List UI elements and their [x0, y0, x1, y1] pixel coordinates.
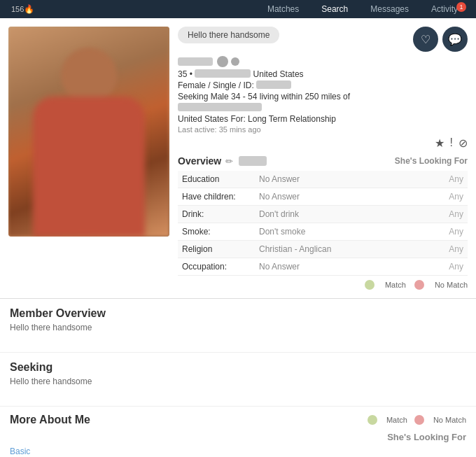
- overview-row: Have children: No Answer Any: [178, 188, 468, 206]
- last-active: Last active: 35 mins ago: [178, 125, 468, 134]
- overview-field-looking: Any: [421, 241, 468, 258]
- overview-row: Drink: Don't drink Any: [178, 206, 468, 223]
- nav-matches[interactable]: Matches: [256, 0, 310, 18]
- user-age-prefix: 35 •: [178, 69, 195, 79]
- overview-row: Education No Answer Any: [178, 171, 468, 188]
- basic-label: Basic: [10, 447, 466, 456]
- overview-field-name: Drink:: [178, 206, 255, 223]
- overview-field-value: Christian - Anglican: [255, 241, 421, 258]
- mam-match-dot: [368, 415, 377, 425]
- star-icon[interactable]: ★: [435, 136, 444, 150]
- nav-icon-flame: 🔥: [24, 4, 34, 14]
- more-about-me-header: More About Me Match No Match: [10, 414, 466, 426]
- nav-messages[interactable]: Messages: [359, 0, 420, 18]
- overview-field-looking: Any: [421, 206, 468, 223]
- flag-icon[interactable]: !: [450, 136, 453, 150]
- overview-field-name: Occupation:: [178, 258, 255, 276]
- member-overview-text: Hello there handsome: [10, 323, 466, 332]
- overview-field-value: Don't drink: [255, 206, 421, 223]
- overview-field-looking: Any: [421, 171, 468, 188]
- overview-field-name: Education: [178, 171, 255, 188]
- mam-legend: Match No Match: [368, 415, 466, 425]
- seeking-location-blurred: [178, 103, 262, 111]
- nomatch-dot: [414, 280, 424, 290]
- overview-field-name: Have children:: [178, 188, 255, 206]
- username-blurred: [178, 57, 213, 66]
- overview-row: Smoke: Don't smoke Any: [178, 223, 468, 241]
- overview-field-value: No Answer: [255, 258, 421, 276]
- shes-looking-for-label: She's Looking For: [395, 156, 468, 166]
- user-seeking-for: United States For: Long Term Relationshi…: [178, 114, 468, 124]
- overview-field-looking: Any: [421, 258, 468, 276]
- user-seeking-location: [178, 103, 468, 113]
- user-location-blurred: [195, 69, 251, 78]
- overview-field-looking: Any: [421, 188, 468, 206]
- heart-button[interactable]: ♡: [413, 27, 438, 52]
- overview-table: Education No Answer Any Have children: N…: [178, 171, 468, 276]
- user-icon: [217, 56, 228, 67]
- chat-button[interactable]: 💬: [442, 27, 468, 52]
- mam-nomatch-label: No Match: [433, 416, 466, 424]
- match-dot: [365, 280, 374, 290]
- action-buttons: ♡ 💬: [413, 27, 468, 52]
- overview-field-name: Religion: [178, 241, 255, 258]
- member-overview-title: Member Overview: [10, 307, 466, 320]
- secondary-actions: ★ ! ⊘: [178, 136, 468, 150]
- profile-photo[interactable]: [8, 27, 169, 237]
- nav-search[interactable]: Search: [310, 0, 359, 18]
- activity-badge: 1: [456, 2, 466, 12]
- user-meta: 35 • United States Female / Single / ID:…: [178, 56, 468, 134]
- match-label: Match: [385, 281, 406, 289]
- overview-header: Overview ✏ She's Looking For: [178, 155, 468, 167]
- overview-row: Occupation: No Answer Any: [178, 258, 468, 276]
- overview-blurred: [239, 156, 267, 166]
- mam-nomatch-dot: [414, 415, 424, 425]
- nomatch-label: No Match: [435, 281, 468, 289]
- more-about-me-title: More About Me: [10, 414, 90, 426]
- overview-field-value: Don't smoke: [255, 223, 421, 241]
- mam-shes-looking-for: She's Looking For: [10, 432, 466, 442]
- seeking-title: Seeking: [10, 361, 466, 374]
- top-navigation: 156 🔥 Matches Search Messages Activity 1: [0, 0, 476, 18]
- user-gender-status: Female / Single / ID:: [178, 80, 468, 90]
- match-legend: Match No Match: [178, 280, 468, 290]
- profile-info: ♡ 💬 Hello there handsome 35 • United Sta…: [178, 27, 468, 290]
- verified-icon: [231, 57, 239, 66]
- user-id-blurred: [256, 80, 291, 89]
- overview-row: Religion Christian - Anglican Any: [178, 241, 468, 258]
- overview-field-value: No Answer: [255, 188, 421, 206]
- overview-field-looking: Any: [421, 223, 468, 241]
- seeking-text: Hello there handsome: [10, 377, 466, 386]
- more-about-me-section: More About Me Match No Match She's Looki…: [0, 407, 476, 457]
- overview-title: Overview: [178, 155, 221, 167]
- nav-activity[interactable]: Activity 1: [420, 0, 469, 18]
- block-icon[interactable]: ⊘: [458, 136, 468, 150]
- member-overview-section: Member Overview Hello there handsome: [0, 299, 476, 353]
- overview-field-name: Smoke:: [178, 223, 255, 241]
- greeting-badge: Hello there handsome: [178, 27, 279, 43]
- edit-icon[interactable]: ✏: [225, 156, 233, 167]
- nav-count: 156: [7, 5, 24, 13]
- user-country: United States: [253, 69, 304, 79]
- overview-field-value: No Answer: [255, 171, 421, 188]
- mam-match-label: Match: [386, 416, 407, 424]
- seeking-section: Seeking Hello there handsome: [0, 353, 476, 407]
- profile-section: ♡ 💬 Hello there handsome 35 • United Sta…: [0, 18, 476, 299]
- user-seeking: Seeking Male 34 - 54 living within 250 m…: [178, 92, 468, 101]
